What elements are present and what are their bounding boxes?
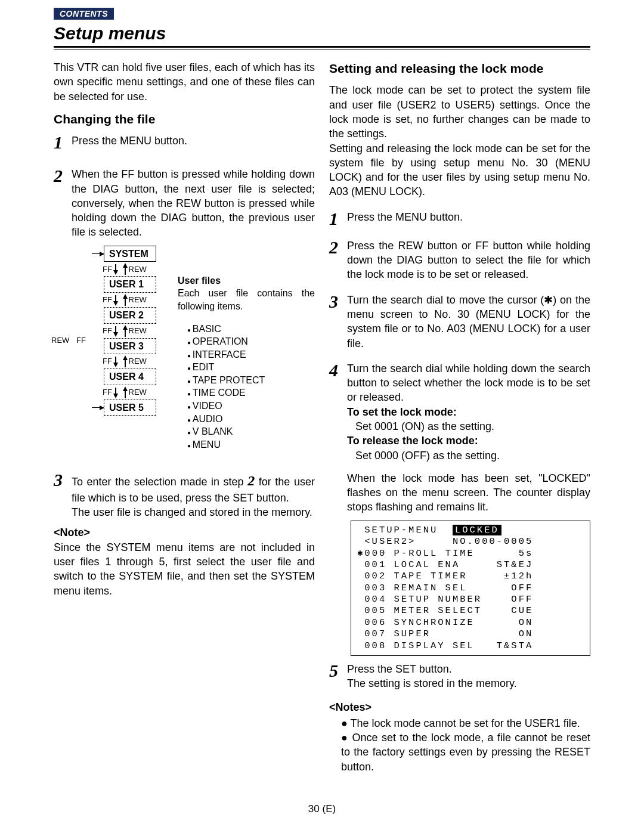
step-body-1: Press the MENU button. xyxy=(72,134,315,148)
user-files-title: User files xyxy=(178,274,315,287)
list-item: V BLANK xyxy=(187,425,315,438)
diagram-outer-ff: FF xyxy=(76,335,86,346)
step-number-1: 1 xyxy=(54,134,67,151)
step-number-2: 2 xyxy=(54,167,67,185)
list-item: AUDIO xyxy=(187,413,315,426)
page-number: 30 (E) xyxy=(0,803,644,815)
notes-heading: <Notes> xyxy=(329,700,590,714)
step-number-5r: 5 xyxy=(329,662,342,680)
diagram-system-box: SYSTEM xyxy=(104,246,156,262)
list-item: MENU xyxy=(187,438,315,451)
contents-tab[interactable]: CONTENTS xyxy=(54,8,114,20)
list-item: EDIT xyxy=(187,361,315,374)
list-item: Once set to the lock mode, a file cannot… xyxy=(341,730,590,774)
list-item: OPERATION xyxy=(187,335,315,348)
list-item: INTERFACE xyxy=(187,348,315,361)
diagram-user4-box: USER 4 xyxy=(104,368,156,385)
step-body-2r: Press the REW button or FF button while … xyxy=(347,239,590,282)
user-files-intro: Each user file contains the following it… xyxy=(178,287,315,312)
step-body-1r: Press the MENU button. xyxy=(347,210,590,224)
diagram-user1-box: USER 1 xyxy=(104,276,156,293)
note-heading: <Note> xyxy=(54,525,315,540)
list-item: BASIC xyxy=(187,323,315,336)
diagram-user5-box: USER 5 xyxy=(104,400,156,416)
step-number-2r: 2 xyxy=(329,239,342,256)
rule-heavy xyxy=(54,46,590,48)
nav-rew-label: REW xyxy=(129,264,147,275)
list-item: TAPE PROTECT xyxy=(187,374,315,387)
list-item: TIME CODE xyxy=(187,386,315,400)
intro-left: This VTR can hold five user files, each … xyxy=(54,60,315,104)
step-body-2: When the FF button is pressed while hold… xyxy=(72,167,315,239)
lock-intro-2: Setting and releasing the lock mode can … xyxy=(329,141,590,199)
locked-indicator: LOCKED xyxy=(453,525,501,535)
step-number-3r: 3 xyxy=(329,293,342,311)
lcd-screen: SETUP-MENU LOCKED <USER2> NO.000-0005 ✱0… xyxy=(351,521,590,656)
heading-lock-mode: Setting and releasing the lock mode xyxy=(329,60,590,77)
heading-changing-file: Changing the file xyxy=(54,111,315,128)
user-file-items: BASIC OPERATION INTERFACE EDIT TAPE PROT… xyxy=(175,323,315,451)
step-body-5r: Press the SET button. The setting is sto… xyxy=(347,662,590,691)
page-title: Setup menus xyxy=(54,23,590,44)
note-body: Since the SYSTEM menu items are not incl… xyxy=(54,540,315,598)
nav-ff-label: FF xyxy=(103,264,112,275)
diagram-outer-rew: REW xyxy=(51,335,69,346)
diagram-user2-box: USER 2 xyxy=(104,307,156,324)
list-item: The lock mode cannot be set for the USER… xyxy=(341,716,590,730)
step-body-4r: Turn the search dial while holding down … xyxy=(347,361,590,515)
step-number-4r: 4 xyxy=(329,361,342,379)
arrow-up-icon xyxy=(123,263,128,268)
step-body-3r: Turn the search dial to move the cursor … xyxy=(347,293,590,351)
step-number-3: 3 xyxy=(54,471,67,489)
notes-list: The lock mode cannot be set for the USER… xyxy=(329,716,590,774)
diagram-user3-box: USER 3 xyxy=(104,338,156,355)
arrow-down-icon xyxy=(113,270,118,275)
rule-thin xyxy=(54,49,590,49)
lock-intro-1: The lock mode can be set to protect the … xyxy=(329,83,590,141)
step-number-1r: 1 xyxy=(329,210,342,228)
file-diagram: REW FF SYSTEM FF xyxy=(54,246,315,461)
list-item: VIDEO xyxy=(187,400,315,413)
step-body-3: To enter the selection made in step 2 fo… xyxy=(72,471,315,519)
